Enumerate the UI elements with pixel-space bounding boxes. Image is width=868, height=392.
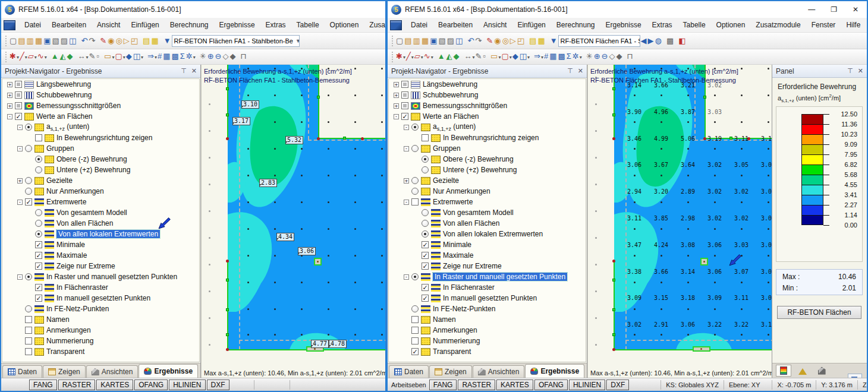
menu-item-ergebnisse[interactable]: Ergebnisse xyxy=(214,20,260,30)
toolbar-grip[interactable] xyxy=(391,36,394,46)
checkbox-checked[interactable]: ✓ xyxy=(422,263,429,270)
dimension-icon[interactable]: ↔ xyxy=(78,52,86,61)
checkbox-partial[interactable] xyxy=(15,102,22,109)
tree-item-namen[interactable]: Namen xyxy=(389,314,586,325)
tree-item-gruppen[interactable]: -Gruppen xyxy=(389,143,586,154)
tree-item-schubbewehrung[interactable]: +Schubbewehrung xyxy=(2,90,199,100)
radio-unselected[interactable] xyxy=(422,220,429,227)
snap-toggle-fang[interactable]: FANG xyxy=(29,380,57,390)
isometric-view-icon[interactable]: ◇ xyxy=(222,52,228,61)
dropdown-arrow-icon[interactable]: ▾ xyxy=(141,55,143,60)
collapse-icon[interactable]: - xyxy=(404,200,409,205)
expand-icon[interactable]: + xyxy=(404,178,409,184)
dropdown-arrow-icon[interactable]: ▾ xyxy=(34,55,37,60)
comment-new-icon[interactable]: ✎ xyxy=(89,52,96,61)
checkbox-checked[interactable]: ✓ xyxy=(422,295,429,302)
checkbox-unchecked[interactable] xyxy=(411,316,419,323)
dropdown-arrow-icon[interactable]: ▾ xyxy=(421,55,423,60)
pointer-select-icon[interactable]: ▷ xyxy=(510,36,516,45)
menu-item-einfügen[interactable]: Einfügen xyxy=(125,20,164,30)
tree-item-in-bewehrungsrichtung-zeigen[interactable]: In Bewehrungsrichtung zeigen xyxy=(2,132,199,143)
snap-toggle-ofang[interactable]: OFANG xyxy=(534,380,568,390)
radio-unselected[interactable] xyxy=(422,209,429,216)
radio-unselected[interactable] xyxy=(411,305,419,312)
previous-loadcase-icon[interactable]: ◀ xyxy=(641,36,647,45)
radio-selected[interactable] xyxy=(25,273,32,280)
save-all-icon[interactable]: ▥ xyxy=(27,36,34,45)
radio-unselected[interactable] xyxy=(411,145,419,152)
zoom-in-icon[interactable]: ⊕ xyxy=(594,52,600,61)
menu-item-tabelle[interactable]: Tabelle xyxy=(291,20,325,30)
checkbox-checked[interactable]: ✓ xyxy=(401,113,408,120)
collapse-icon[interactable]: - xyxy=(17,146,23,151)
dimension-icon[interactable]: ↔ xyxy=(464,52,472,61)
open-file-icon[interactable]: ▤ xyxy=(18,36,25,45)
clipboard-icon[interactable]: ▧ xyxy=(52,36,59,45)
table-edit-icon[interactable]: ▦ xyxy=(537,36,545,45)
tree-item-in-fe-netz-punkten[interactable]: In FE-Netz-Punkten xyxy=(2,304,199,314)
comment-new-icon[interactable]: ✎ xyxy=(476,52,482,61)
collapse-icon[interactable]: - xyxy=(17,200,23,205)
menu-item-ergebnisse[interactable]: Ergebnisse xyxy=(600,20,647,30)
node-new-icon[interactable]: ✱ xyxy=(396,52,402,61)
new-window-icon[interactable]: ◰ xyxy=(517,36,524,45)
fe-mesh-settings-icon[interactable]: ▩ xyxy=(172,52,179,61)
checkbox-unchecked[interactable] xyxy=(25,348,32,355)
dropdown-arrow-icon[interactable]: ▾ xyxy=(112,55,114,60)
redo-icon[interactable]: ↷ xyxy=(89,36,95,45)
minimize-button[interactable]: — xyxy=(808,5,815,14)
checkbox-checked[interactable]: ✓ xyxy=(35,252,42,259)
hinge-new-icon[interactable]: ◆ xyxy=(67,52,73,61)
menu-item-bearbeiten[interactable]: Bearbeiten xyxy=(46,20,92,30)
tree-item-extremwerte[interactable]: -Extremwerte xyxy=(389,197,586,207)
graphics-view[interactable]: Erforderliche Bewehrung a-s,1,+z (unten)… xyxy=(201,65,385,378)
menu-item-berechnung[interactable]: Berechnung xyxy=(551,20,600,30)
checkbox-unchecked[interactable] xyxy=(35,134,42,141)
menu-item-ansicht[interactable]: Ansicht xyxy=(92,20,125,30)
dropdown-arrow-icon[interactable]: ▾ xyxy=(17,55,19,60)
tree-item-gezielte[interactable]: +Gezielte xyxy=(389,175,586,186)
calc-params-icon[interactable]: ✲ xyxy=(573,52,579,61)
radio-selected[interactable] xyxy=(411,124,419,131)
checkbox-unchecked[interactable] xyxy=(422,134,429,141)
solid-view-icon[interactable]: ◆ xyxy=(616,52,622,61)
dropdown-arrow-icon[interactable]: ▾ xyxy=(510,55,512,60)
menu-item-zusatzmodule[interactable]: Zusatzmodule xyxy=(364,20,386,30)
snap-toggle-kartes[interactable]: KARTES xyxy=(96,380,133,390)
tree-item-as-1-z[interactable]: -as,1,+z (unten) xyxy=(389,122,586,132)
toolbar-grip[interactable] xyxy=(4,36,7,46)
pin-icon[interactable]: ⊤ xyxy=(567,67,573,75)
print-icon[interactable]: ▨ xyxy=(447,36,454,45)
radio-selected[interactable] xyxy=(35,230,42,238)
menu-item-extras[interactable]: Extras xyxy=(260,20,291,30)
snap-toggle-dxf[interactable]: DXF xyxy=(606,380,629,390)
wall-line[interactable] xyxy=(227,261,228,350)
move-object-icon[interactable]: ⇒ xyxy=(147,52,154,61)
undo-icon[interactable]: ↶ xyxy=(467,36,474,45)
fe-mesh-icon[interactable]: ▦ xyxy=(163,52,170,61)
radio-selected[interactable] xyxy=(422,230,429,238)
tab-ergebnisse[interactable]: Ergebnisse xyxy=(525,364,584,378)
save-copy-icon[interactable]: ▦ xyxy=(422,36,429,45)
dropdown-arrow-icon[interactable]: ▾ xyxy=(498,55,501,60)
tree-item-werte-an-flächen[interactable]: -✓Werte an Flächen xyxy=(2,111,199,122)
menu-item-datei[interactable]: Datei xyxy=(405,20,433,30)
tree-item-von-allen-lokalen-extremwerten[interactable]: Von allen lokalen Extremwerten xyxy=(389,229,586,239)
support-new-icon[interactable]: ◭ xyxy=(60,52,66,61)
renumber-icon[interactable]: # xyxy=(544,52,548,61)
snap-toggle-hlinien[interactable]: HLINIEN xyxy=(569,380,605,390)
renumber-icon[interactable]: # xyxy=(158,52,162,61)
tree-item-minimale[interactable]: ✓Minimale xyxy=(389,239,586,250)
checkbox-unchecked[interactable] xyxy=(25,316,32,323)
pointer-select-icon[interactable]: ▷ xyxy=(124,36,130,45)
loadcase-apply-icon[interactable]: ▼ xyxy=(550,36,558,45)
tab-ergebnisse[interactable]: Ergebnisse xyxy=(139,364,198,378)
tree-item-in-flächenraster[interactable]: ✓In Flächenraster xyxy=(2,282,199,293)
dropdown-arrow-icon[interactable]: ▾ xyxy=(123,55,125,60)
radio-unselected[interactable] xyxy=(25,145,32,152)
menu-item-optionen[interactable]: Optionen xyxy=(325,20,364,30)
checkbox-checked[interactable]: ✓ xyxy=(35,284,42,291)
save-icon[interactable]: ▣ xyxy=(430,36,437,45)
save-copy-icon[interactable]: ▦ xyxy=(35,36,42,45)
surface-new-icon[interactable]: ▭ xyxy=(490,52,498,61)
